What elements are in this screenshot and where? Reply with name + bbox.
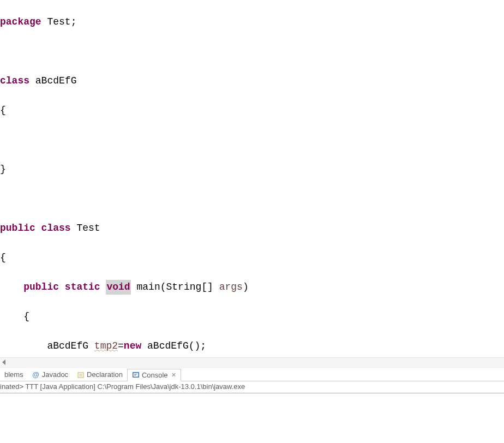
at-icon: @ <box>32 371 40 379</box>
keyword-package: package <box>0 16 41 27</box>
brace: { <box>0 105 6 116</box>
code-editor[interactable]: package Test; class aBcdEfG { } public c… <box>0 0 504 357</box>
keyword-class: class <box>0 75 29 86</box>
svg-rect-0 <box>78 373 83 378</box>
keyword-static: static <box>59 282 100 292</box>
close-icon[interactable]: ✕ <box>171 372 176 379</box>
declaration-icon <box>77 371 85 379</box>
method-sig: main(String[] <box>131 282 219 292</box>
code-content[interactable]: package Test; class aBcdEfG { } public c… <box>0 0 504 357</box>
code-text: Test <box>71 223 100 234</box>
code-text: Test; <box>41 16 77 27</box>
console-output[interactable] <box>0 393 504 437</box>
brace: { <box>0 311 29 322</box>
space <box>100 282 106 292</box>
keyword-void-highlighted: void <box>106 280 130 295</box>
tab-javadoc[interactable]: @ Javadoc <box>28 368 73 381</box>
tab-problems[interactable]: blems <box>0 368 28 381</box>
console-status-line: inated> TTT [Java Application] C:\Progra… <box>0 381 504 393</box>
paren: ) <box>243 282 249 292</box>
code-text: aBcdEfG <box>29 75 76 86</box>
brace: { <box>0 252 6 263</box>
keyword-new: new <box>124 340 141 351</box>
horizontal-scrollbar[interactable] <box>0 357 504 368</box>
keyword-public: public <box>23 282 59 292</box>
tab-label: blems <box>4 370 23 379</box>
svg-rect-4 <box>133 373 138 377</box>
scroll-left-icon[interactable] <box>2 360 5 365</box>
tab-label: Console <box>142 371 168 379</box>
tab-label: Javadoc <box>42 370 68 379</box>
bottom-tabs-bar: blems @ Javadoc Declaration Console ✕ <box>0 368 504 381</box>
tab-declaration[interactable]: Declaration <box>73 368 127 381</box>
code-text: aBcdEfG(); <box>141 340 206 351</box>
keyword-class: class <box>35 223 71 234</box>
console-status-text: inated> TTT [Java Application] C:\Progra… <box>0 382 245 391</box>
var-tmp2: tmp2 <box>94 340 118 351</box>
brace: } <box>0 164 6 175</box>
tab-console[interactable]: Console ✕ <box>127 369 181 381</box>
equals: = <box>118 340 124 351</box>
console-icon <box>132 371 140 379</box>
code-text: aBcdEfG <box>0 340 94 351</box>
param-args: args <box>219 282 243 292</box>
tab-label: Declaration <box>87 370 123 379</box>
keyword-public: public <box>0 223 35 234</box>
indent <box>0 282 23 292</box>
